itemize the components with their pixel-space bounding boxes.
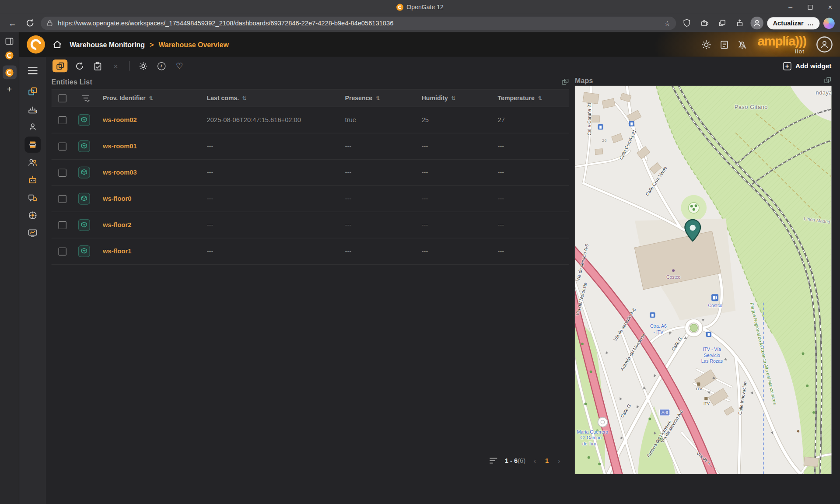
minimize-button[interactable]: –	[780, 0, 800, 14]
favorite-star-icon[interactable]: ☆	[664, 19, 670, 27]
cell-humidity: ---	[417, 195, 494, 203]
window-title: OpenGate 12	[406, 4, 444, 10]
entity-icon	[78, 219, 90, 231]
dashboard-settings-button[interactable]	[136, 60, 149, 72]
amplia-logo-text: amplía)))	[757, 35, 806, 47]
opengate-logo[interactable]	[27, 35, 45, 54]
collections-icon[interactable]	[715, 16, 729, 30]
copilot-icon[interactable]	[823, 18, 835, 29]
sidebar-item-assets[interactable]	[19, 189, 46, 206]
sidebar-item-entities[interactable]	[19, 136, 46, 153]
row-checkbox[interactable]	[58, 142, 66, 150]
rows-list-icon[interactable]	[490, 458, 498, 464]
favorite-dashboard-button[interactable]: ♡	[173, 60, 186, 72]
filter-icon[interactable]	[81, 94, 90, 102]
browser-titlebar: OpenGate 12 – ×	[0, 0, 840, 14]
pagination-total: (6)	[518, 457, 525, 464]
back-button[interactable]: ←	[5, 16, 19, 30]
select-all-checkbox[interactable]	[58, 94, 66, 102]
dashboard-view-button[interactable]	[52, 60, 67, 72]
menu-hamburger-icon[interactable]	[19, 62, 46, 79]
url-text[interactable]: https://www.opengate.es/workspaces/_1754…	[58, 19, 660, 27]
sort-icon[interactable]: ⇅	[242, 95, 247, 101]
sort-icon[interactable]: ⇅	[376, 95, 380, 101]
browser-navbar: ← https://www.opengate.es/workspaces/_17…	[0, 14, 840, 32]
site-info-lock-icon[interactable]	[46, 19, 53, 27]
address-bar[interactable]: https://www.opengate.es/workspaces/_1754…	[41, 16, 676, 30]
sidebar-item-dashboards[interactable]	[19, 83, 46, 100]
boards-icon	[56, 61, 65, 70]
column-last-coms[interactable]: Last coms.	[207, 95, 239, 102]
entity-name-link[interactable]: ws-floor2	[98, 221, 203, 229]
side-panel-icon[interactable]	[5, 37, 14, 46]
widget-handle-icon[interactable]	[824, 77, 831, 84]
sort-icon[interactable]: ⇅	[451, 95, 455, 101]
table-row[interactable]: ws-floor1 --- --- --- ---	[52, 238, 569, 265]
browser-update-button[interactable]: Actualizar …	[767, 17, 819, 29]
entity-name-link[interactable]: ws-floor0	[98, 195, 203, 203]
home-icon[interactable]	[52, 39, 63, 49]
tab-favicon[interactable]	[5, 52, 13, 60]
amplia-brand: amplía))) iiot	[757, 35, 806, 54]
table-row[interactable]: ws-room01 --- --- --- ---	[52, 133, 569, 160]
active-tab[interactable]	[3, 65, 17, 79]
row-checkbox[interactable]	[58, 221, 66, 229]
table-row[interactable]: ws-floor2 --- --- --- ---	[52, 212, 569, 238]
next-page-icon[interactable]: ›	[557, 456, 562, 465]
entity-name-link[interactable]: ws-room03	[98, 169, 203, 176]
table-row[interactable]: ws-room02 2025-08-06T20:47:15.616+02:00 …	[52, 107, 569, 133]
sidebar-item-groups[interactable]	[19, 153, 46, 171]
table-row[interactable]: ws-floor0 --- --- --- ---	[52, 186, 569, 212]
row-checkbox[interactable]	[58, 195, 66, 203]
column-presence[interactable]: Presence	[345, 95, 373, 102]
refresh-dashboard-button[interactable]	[73, 60, 86, 72]
browser-profile-avatar[interactable]	[750, 17, 763, 29]
entity-name-link[interactable]: ws-room02	[98, 116, 203, 124]
maximize-button[interactable]	[800, 0, 820, 14]
prev-page-icon[interactable]: ‹	[532, 456, 537, 465]
map-tiles	[575, 86, 832, 474]
add-widget-button[interactable]: + Add widget	[783, 62, 832, 70]
entity-name-link[interactable]: ws-floor1	[98, 248, 203, 255]
column-humidity[interactable]: Humidity	[422, 95, 448, 102]
breadcrumb-workspace[interactable]: Warehouse Monitoring	[70, 40, 145, 48]
dashboard-info-button[interactable]: i	[155, 60, 168, 72]
cell-presence: ---	[341, 248, 417, 255]
toolbar-divider	[129, 61, 130, 71]
row-checkbox[interactable]	[58, 247, 66, 255]
sidebar-item-monitoring[interactable]	[19, 224, 46, 242]
save-dashboard-button[interactable]	[91, 60, 104, 72]
row-checkbox[interactable]	[58, 116, 66, 124]
column-prov-identifier[interactable]: Prov. Identifier	[103, 95, 146, 102]
sidebar-item-bots[interactable]	[19, 171, 46, 189]
dashboard-main: × i ♡ + Add widget	[46, 57, 840, 504]
share-icon[interactable]	[733, 16, 747, 30]
notifications-off-bell-icon[interactable]	[737, 39, 747, 49]
table-row[interactable]: ws-room03 --- --- --- ---	[52, 160, 569, 186]
display-settings-icon[interactable]	[701, 39, 711, 49]
sort-icon[interactable]: ⇅	[149, 95, 153, 101]
row-checkbox[interactable]	[58, 168, 66, 176]
breadcrumb-dashboard[interactable]: Warehouse Overview	[158, 40, 228, 48]
menu-ellipsis-icon[interactable]: …	[807, 19, 814, 27]
map-canvas[interactable]: Paso GitanondayaCalle Coruña 21Calle Cor…	[575, 86, 832, 474]
security-shield-icon[interactable]	[679, 16, 693, 30]
current-page[interactable]: 1	[544, 457, 550, 464]
extensions-puzzle-icon[interactable]	[697, 16, 711, 30]
reload-button[interactable]	[23, 16, 37, 30]
app-sidebar	[19, 57, 46, 504]
close-button[interactable]: ×	[820, 0, 840, 14]
entity-name-link[interactable]: ws-room01	[98, 143, 203, 150]
breadcrumb: Warehouse Monitoring > Warehouse Overvie…	[70, 40, 229, 48]
entities-table-header: Prov. Identifier⇅ Last coms.⇅ Presence⇅ …	[52, 89, 569, 107]
column-temperature[interactable]: Temperature	[498, 95, 535, 102]
widget-handle-icon[interactable]	[561, 78, 569, 86]
user-avatar[interactable]	[816, 36, 833, 52]
sidebar-item-devices[interactable]	[19, 100, 46, 118]
news-document-icon[interactable]	[719, 39, 729, 49]
cell-temperature: ---	[494, 195, 569, 203]
sort-icon[interactable]: ⇅	[538, 95, 542, 101]
sidebar-item-users[interactable]	[19, 118, 46, 135]
new-tab-button[interactable]: +	[7, 85, 12, 94]
sidebar-item-operations[interactable]	[19, 206, 46, 224]
